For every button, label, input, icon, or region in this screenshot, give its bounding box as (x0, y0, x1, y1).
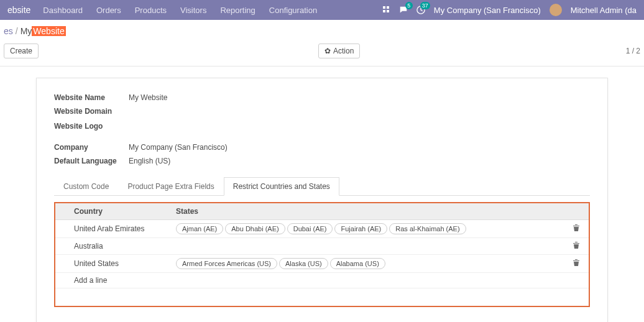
state-tag[interactable]: Armed Forces Americas (US) (176, 258, 277, 269)
nav-orders[interactable]: Orders (96, 6, 121, 15)
action-button-label: Action (333, 47, 354, 55)
apps-icon[interactable] (383, 6, 390, 14)
chat-badge: 5 (405, 2, 413, 9)
trash-icon[interactable] (573, 260, 580, 269)
table-row: Australia (55, 238, 589, 255)
control-bar: Create ✿ Action 1 / 2 (0, 41, 644, 67)
top-nav: DashboardOrdersProductsVisitorsReporting… (43, 6, 382, 15)
restrict-table-highlight: Country States United Arab EmiratesAjman… (54, 202, 590, 307)
add-line-link[interactable]: Add a line (74, 276, 107, 285)
country-cell[interactable]: United States (55, 255, 167, 273)
activity-badge: 37 (420, 2, 430, 9)
nav-products[interactable]: Products (135, 6, 167, 15)
states-cell[interactable] (167, 238, 564, 255)
state-tag[interactable]: Abu Dhabi (AE) (225, 223, 285, 234)
state-tag[interactable]: Alaska (US) (279, 258, 328, 269)
restrict-table: Country States United Arab EmiratesAjman… (55, 203, 589, 288)
website-domain-label: Website Domain (54, 107, 129, 116)
gear-icon: ✿ (324, 47, 331, 55)
trash-icon[interactable] (573, 225, 580, 234)
topbar: ebsite DashboardOrdersProductsVisitorsRe… (0, 0, 644, 20)
website-name-label: Website Name (54, 93, 129, 102)
th-states: States (167, 203, 564, 220)
states-cell[interactable]: Armed Forces Americas (US)Alaska (US)Ala… (167, 255, 564, 273)
tab-restrict-countries-and-states[interactable]: Restrict Countries and States (224, 177, 339, 196)
brand[interactable]: ebsite (7, 5, 30, 15)
breadcrumb: es / My Website (0, 20, 644, 41)
company-value[interactable]: My Company (San Francisco) (129, 143, 228, 152)
website-name-value[interactable]: My Website (129, 93, 167, 102)
tabs: Custom CodeProduct Page Extra FieldsRest… (54, 177, 590, 196)
breadcrumb-root[interactable]: es (4, 26, 13, 36)
form-sheet: Website Name My Website Website Domain W… (36, 78, 608, 322)
nav-configuration[interactable]: Configuration (269, 6, 317, 15)
state-tag[interactable]: Alabama (US) (330, 258, 385, 269)
svg-rect-3 (387, 10, 389, 12)
table-row: United StatesArmed Forces Americas (US)A… (55, 255, 589, 273)
trash-icon[interactable] (573, 242, 580, 251)
default-language-label: Default Language (54, 157, 129, 165)
tab-custom-code[interactable]: Custom Code (54, 177, 118, 196)
state-tag[interactable]: Fujairah (AE) (334, 223, 387, 234)
avatar[interactable] (550, 4, 562, 16)
states-cell[interactable]: Ajman (AE)Abu Dhabi (AE)Dubai (AE)Fujair… (167, 220, 564, 238)
country-cell[interactable]: Australia (55, 238, 167, 255)
country-cell[interactable]: United Arab Emirates (55, 220, 167, 238)
nav-dashboard[interactable]: Dashboard (43, 6, 83, 15)
state-tag[interactable]: Dubai (AE) (287, 223, 333, 234)
breadcrumb-current-highlight: Website (32, 26, 65, 36)
create-button[interactable]: Create (4, 44, 39, 58)
table-row: United Arab EmiratesAjman (AE)Abu Dhabi … (55, 220, 589, 238)
default-language-value[interactable]: English (US) (129, 157, 170, 165)
activity-icon[interactable]: 37 (416, 6, 425, 14)
nav-visitors[interactable]: Visitors (180, 6, 206, 15)
th-country: Country (55, 203, 167, 220)
svg-rect-2 (383, 10, 385, 12)
tab-product-page-extra-fields[interactable]: Product Page Extra Fields (118, 177, 223, 196)
nav-reporting[interactable]: Reporting (220, 6, 255, 15)
state-tag[interactable]: Ajman (AE) (176, 223, 223, 234)
svg-rect-0 (383, 6, 385, 9)
user-menu[interactable]: Mitchell Admin (da (571, 6, 637, 15)
breadcrumb-current-prefix: My (21, 26, 32, 36)
pager[interactable]: 1 / 2 (626, 47, 640, 55)
action-button[interactable]: ✿ Action (318, 44, 360, 58)
chat-icon[interactable]: 5 (399, 6, 408, 14)
svg-rect-1 (387, 6, 389, 9)
website-logo-label: Website Logo (54, 122, 129, 131)
state-tag[interactable]: Ras al-Khaimah (AE) (389, 223, 466, 234)
company-switcher[interactable]: My Company (San Francisco) (434, 6, 541, 15)
company-label: Company (54, 143, 129, 152)
